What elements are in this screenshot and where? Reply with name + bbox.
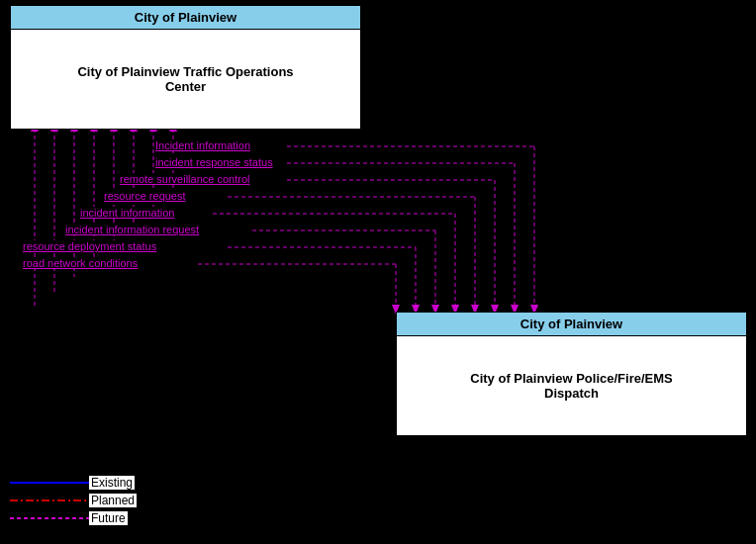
flow-label-7: resource deployment status [22, 240, 157, 252]
node-dispatch-body: City of Plainview Police/Fire/EMSDispatc… [397, 336, 746, 435]
flow-label-1: Incident information [154, 139, 251, 151]
legend-item-future: Future [10, 511, 137, 525]
node-toc: City of Plainview City of Plainview Traf… [10, 5, 361, 130]
legend: Existing Planned Future [10, 476, 137, 529]
legend-line-future [10, 512, 89, 524]
flow-label-8: road network conditions [22, 257, 139, 269]
flow-label-5: incident information [79, 207, 175, 219]
node-dispatch-header: City of Plainview [397, 313, 746, 336]
legend-item-existing: Existing [10, 476, 137, 490]
legend-line-existing [10, 477, 89, 489]
flow-label-4: resource request [103, 190, 187, 202]
node-toc-header: City of Plainview [11, 6, 360, 30]
legend-label-future: Future [89, 511, 128, 525]
legend-label-planned: Planned [89, 494, 137, 507]
flow-label-2: incident response status [154, 156, 274, 168]
node-toc-body: City of Plainview Traffic OperationsCent… [11, 30, 360, 129]
flow-label-3: remote surveillance control [119, 173, 250, 185]
legend-item-planned: Planned [10, 494, 137, 507]
legend-line-planned [10, 495, 89, 506]
legend-label-existing: Existing [89, 476, 135, 490]
diagram-container: City of Plainview City of Plainview Traf… [0, 0, 756, 544]
flow-label-6: incident information request [64, 224, 200, 235]
node-dispatch: City of Plainview City of Plainview Poli… [396, 312, 747, 436]
